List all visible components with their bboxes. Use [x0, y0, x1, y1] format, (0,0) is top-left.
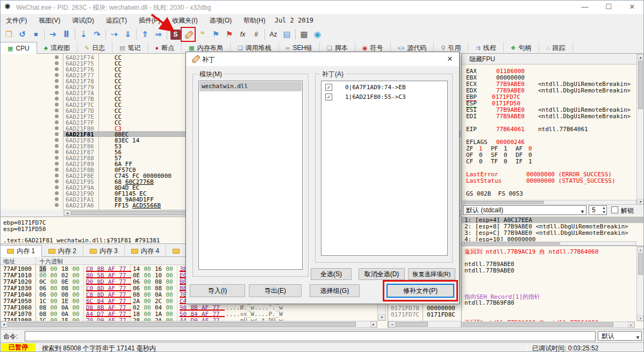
register-row[interactable]: EDI77B9ABE0<ntdll.DbgUiRemoteBreakin> — [466, 113, 631, 120]
register-row[interactable]: GS 002B FS 0053 — [466, 190, 523, 197]
breakpoint-dot[interactable] — [55, 126, 59, 130]
memory-tab-2[interactable]: 内存 2 — [42, 245, 83, 257]
select-group-button[interactable]: 选择组(G) — [310, 284, 360, 297]
breakpoint-dot[interactable] — [55, 97, 59, 100]
disasm-branch-target[interactable]: ACD5566B — [132, 202, 161, 209]
register-row[interactable]: EIP77B64061ntdll.77B64061 — [466, 126, 588, 133]
detach-icon[interactable]: ⇒ — [152, 28, 165, 41]
export-button[interactable]: 导出(E) — [249, 284, 302, 297]
open-file-icon[interactable]: ❒ — [2, 28, 16, 41]
breakpoint-dot[interactable] — [55, 150, 59, 154]
argument-row[interactable]: 3: [esp+C] 77B9ABE0 <ntdll.DbgUiRemoteBr… — [462, 229, 644, 236]
memory-tab-5[interactable] — [166, 245, 187, 257]
strings-icon[interactable]: S — [170, 30, 181, 40]
tab-trace[interactable]: ∴跟踪 — [539, 42, 573, 54]
memory-row[interactable]: 77AF10801C001E0070D9AF7728002A0044D9AF77… — [0, 317, 387, 321]
breakpoint-dot[interactable] — [55, 73, 59, 77]
patch-checkbox[interactable]: ✓ — [325, 94, 332, 100]
scroll-up-icon[interactable]: ▴ — [638, 247, 643, 252]
deselect-all-button[interactable]: 取消全选(D) — [359, 268, 405, 280]
scroll-left-icon[interactable]: ◂ — [1, 321, 7, 327]
memory-tab-3[interactable]: 内存 3 — [83, 245, 125, 257]
menu-item-4[interactable]: 插件(P) — [133, 15, 166, 27]
scroll-down-icon[interactable]: ▾ — [378, 314, 385, 320]
breakpoint-dot[interactable] — [55, 144, 59, 148]
scroll-thumb[interactable] — [463, 201, 544, 204]
hash-icon[interactable]: # — [249, 28, 263, 41]
patch-list-item[interactable]: ✓0|6A7F1AD9:74->EB — [321, 83, 447, 92]
breakpoint-dot[interactable] — [55, 156, 59, 160]
dialog-close-icon[interactable]: ✕ — [443, 54, 457, 64]
breakpoint-dot[interactable] — [55, 174, 59, 177]
comments-hscrollbar[interactable]: ▸ — [462, 321, 635, 328]
menu-item-2[interactable]: 调试(D) — [66, 15, 100, 27]
stop-icon[interactable]: ■ — [29, 28, 42, 41]
step-into-icon[interactable]: ⇣ — [77, 28, 90, 41]
breakpoint-dot[interactable] — [55, 67, 59, 71]
command-profile-select[interactable]: 默认 ▼ — [598, 331, 642, 341]
argument-row[interactable]: 2: [esp+8] 77B9ABE0 <ntdll.DbgUiRemoteBr… — [462, 223, 644, 229]
menu-item-6[interactable]: 选项(O) — [204, 15, 238, 27]
memory-tab-1[interactable]: 内存 1 — [0, 245, 42, 257]
scroll-up-icon[interactable]: ▴ — [638, 54, 643, 60]
menu-item-7[interactable]: 帮助(H) — [238, 15, 271, 27]
label-icon[interactable]: ⚑ — [209, 28, 223, 41]
globe-icon[interactable]: ◉ — [311, 28, 324, 41]
modified-bytes-icon[interactable]: ▤ — [280, 28, 294, 41]
arguments-rows[interactable]: 1: [esp+4] A0C17EEA2: [esp+8] 77B9ABE0 <… — [462, 215, 644, 241]
patch-icon[interactable] — [182, 28, 196, 41]
breakpoint-dot[interactable] — [55, 114, 59, 118]
pause-icon[interactable]: Ⅱ — [60, 28, 73, 41]
maximize-button[interactable]: ☐ — [597, 0, 620, 14]
breakpoint-dot[interactable] — [55, 85, 59, 89]
spinner-up-icon[interactable]: ▲ — [602, 206, 606, 210]
tab-breakpoints[interactable]: ●断点 — [148, 42, 182, 54]
breakpoint-dot[interactable] — [55, 203, 59, 207]
memory-row[interactable]: 77AF106008000A00D88BAF7702000400988BAF77… — [0, 304, 387, 311]
restore-selection-button[interactable]: 恢复选择项(R) — [408, 268, 455, 280]
breakpoint-dot[interactable] — [55, 138, 59, 142]
patch-list-item[interactable]: ✓1|6AD21F80:55->C3 — [321, 92, 447, 102]
breakpoint-dot[interactable] — [55, 91, 59, 95]
breakpoint-dot[interactable] — [55, 61, 59, 65]
stack-hscrollbar[interactable]: ◂ — [388, 321, 461, 328]
select-all-button[interactable]: 全选(S) — [311, 268, 352, 280]
scroll-down-icon[interactable]: ▾ — [638, 315, 643, 321]
register-row[interactable]: CF0TF0IF1 — [466, 158, 540, 165]
scroll-left-icon[interactable]: ◂ — [389, 321, 395, 327]
breakpoint-dot[interactable] — [55, 168, 59, 171]
unlock-checkbox[interactable] — [611, 206, 618, 213]
stack-row[interactable]: 0171FD7800000000 — [388, 305, 461, 311]
register-row[interactable]: LastStatus00000000 (STATUS_SUCCESS) — [466, 177, 616, 184]
breakpoint-dot[interactable] — [55, 197, 59, 201]
tab-notes[interactable]: ▤笔记 — [112, 42, 148, 54]
comments-vscrollbar[interactable]: ▴ ▾ — [636, 246, 644, 321]
tab-log[interactable]: ✎日志 — [77, 42, 112, 54]
memory-row[interactable]: 77AF107008000A00A4D7AF7718001A005084AF77… — [0, 311, 387, 317]
breakpoint-dot[interactable] — [55, 103, 59, 106]
registers-vscrollbar[interactable]: ▴ ▾ — [636, 54, 644, 205]
menu-item-3[interactable]: 追踪(T) — [100, 15, 133, 27]
breakpoint-dot[interactable] — [55, 191, 59, 195]
memory-hscrollbar[interactable]: ◂ ▸ — [0, 321, 377, 328]
scroll-thumb[interactable] — [8, 322, 356, 327]
calculator-icon[interactable]: ▦ — [297, 28, 311, 41]
command-input[interactable] — [25, 331, 596, 341]
scroll-down-icon[interactable]: ▾ — [638, 199, 643, 204]
menu-item-5[interactable]: 收藏夹(I) — [166, 15, 203, 27]
scroll-thumb[interactable] — [463, 242, 560, 245]
hide-fpu-button[interactable]: 隐藏FPU — [462, 54, 644, 64]
memory-tab-4[interactable]: 内存 4 — [125, 245, 166, 257]
menu-item-1[interactable]: 视图(V) — [33, 15, 66, 27]
scroll-thumb[interactable] — [396, 322, 428, 327]
breakpoint-dot[interactable] — [55, 179, 59, 183]
patch-checkbox[interactable]: ✓ — [325, 84, 332, 91]
execute-till-return-icon[interactable]: ⇑ — [138, 28, 152, 41]
bookmark-icon[interactable]: ⚑ — [223, 28, 236, 41]
scroll-left-icon[interactable]: ◂ — [64, 210, 70, 215]
stack-comments-pane[interactable]: 返回到 ntdll.77B9AC19 自 ntdll.77B64060ntdll… — [462, 246, 644, 328]
breakpoint-dot[interactable] — [55, 185, 59, 189]
patches-list[interactable]: ✓0|6A7F1AD9:74->EB✓1|6AD21F80:55->C3 — [321, 81, 448, 256]
minimize-button[interactable]: — — [573, 0, 597, 14]
restart-icon[interactable]: ↺ — [16, 28, 29, 41]
